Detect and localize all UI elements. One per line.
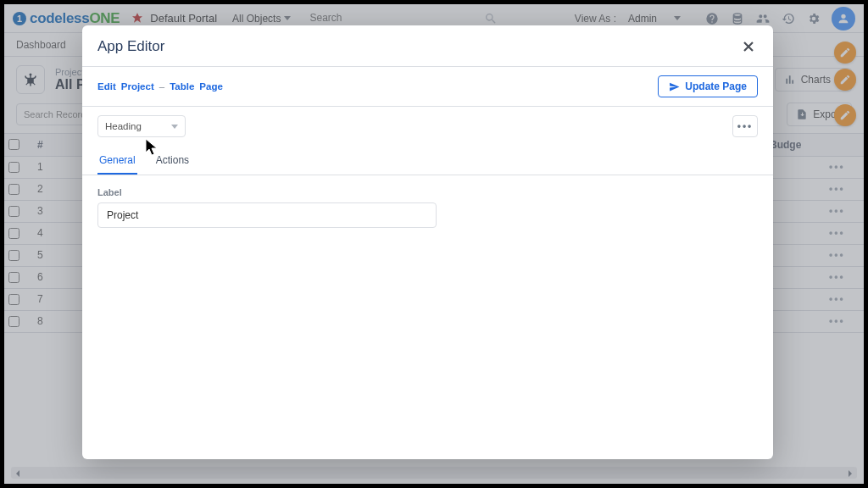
- modal-controls-row: Heading •••: [82, 107, 773, 147]
- chevron-down-icon: [171, 125, 178, 129]
- update-page-label: Update Page: [685, 80, 747, 92]
- heading-dropdown[interactable]: Heading: [97, 115, 186, 137]
- crumb-page[interactable]: Page: [199, 81, 223, 92]
- heading-dropdown-label: Heading: [105, 121, 142, 131]
- crumb-edit[interactable]: Edit: [97, 81, 116, 92]
- modal-breadcrumb-bar: Edit Project – Table Page Update Page: [82, 67, 773, 107]
- breadcrumb: Edit Project – Table Page: [97, 81, 223, 92]
- modal-body: Label: [82, 175, 773, 459]
- crumb-table[interactable]: Table: [170, 81, 194, 92]
- more-options-button[interactable]: •••: [732, 115, 758, 137]
- field-label-caption: Label: [97, 187, 758, 197]
- modal-title: App Editor: [97, 38, 164, 55]
- crumb-sep: –: [159, 81, 164, 92]
- app-editor-modal: App Editor Edit Project – Table Page Upd…: [82, 25, 773, 459]
- close-icon: [743, 41, 754, 53]
- update-page-button[interactable]: Update Page: [658, 75, 758, 97]
- label-input[interactable]: [97, 202, 437, 228]
- crumb-project[interactable]: Project: [121, 81, 154, 92]
- tab-actions[interactable]: Actions: [154, 147, 191, 175]
- modal-tabs: General Actions: [82, 147, 773, 175]
- modal-header: App Editor: [82, 25, 773, 67]
- close-button[interactable]: [739, 37, 758, 56]
- tab-general[interactable]: General: [97, 147, 137, 175]
- paper-plane-icon: [669, 81, 680, 92]
